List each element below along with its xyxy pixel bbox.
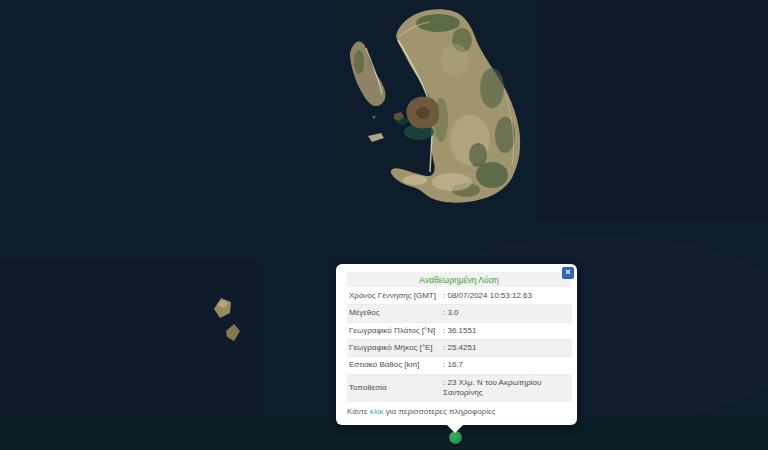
row-value: : 3.0 (441, 305, 572, 322)
sea-patch (540, 0, 768, 220)
table-row: Εστιακό Βάθος [km] : 16.7 (347, 357, 572, 374)
table-row: Τοποθεσία : 23 Χλμ. N του Ακρωτηρίου Σαν… (347, 374, 572, 401)
table-row: Γεωγραφικό Πλάτος [°N] : 36.1551 (347, 322, 572, 339)
popup-tail (447, 425, 463, 433)
row-label: Γεωγραφικό Μήκος [°E] (347, 340, 441, 357)
table-row: Μέγεθος : 3.0 (347, 305, 572, 322)
row-label: Χρόνος Γέννησης [GMT] (347, 288, 441, 305)
row-value: : 08/07/2024 10:53:12.63 (441, 288, 572, 305)
row-value: : 16.7 (441, 357, 572, 374)
table-row: Χρόνος Γέννησης [GMT] : 08/07/2024 10:53… (347, 288, 572, 305)
table-row: Γεωγραφικό Μήκος [°E] : 25.4251 (347, 340, 572, 357)
row-label: Μέγεθος (347, 305, 441, 322)
row-value: : 36.1551 (441, 322, 572, 339)
row-label: Εστιακό Βάθος [km] (347, 357, 441, 374)
map-viewport: × Αναθεωρημένη Λύση Χρόνος Γέννησης [GMT… (0, 0, 768, 450)
sea-patch (0, 0, 340, 160)
popup-footer: Κάντε κλικ για περισσότερες πληροφορίες (347, 407, 572, 417)
popup-title: Αναθεωρημένη Λύση (347, 272, 571, 287)
row-value: : 25.4251 (441, 340, 572, 357)
islet-rock (373, 116, 376, 119)
footer-text-before: Κάντε (347, 407, 370, 416)
earthquake-info-table: Χρόνος Γέννησης [GMT] : 08/07/2024 10:53… (347, 288, 572, 402)
row-label: Τοποθεσία (347, 374, 441, 401)
earthquake-popup: × Αναθεωρημένη Λύση Χρόνος Γέννησης [GMT… (336, 264, 577, 425)
more-info-link[interactable]: κλικ (370, 407, 384, 416)
close-icon[interactable]: × (562, 267, 574, 279)
row-label: Γεωγραφικό Πλάτος [°N] (347, 322, 441, 339)
row-value: : 23 Χλμ. N του Ακρωτηρίου Σαντορίνης (441, 374, 572, 401)
footer-text-after: για περισσότερες πληροφορίες (384, 407, 496, 416)
